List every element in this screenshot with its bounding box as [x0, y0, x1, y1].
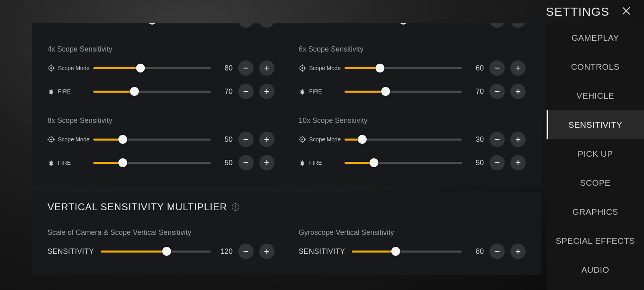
slider-value: 100: [469, 23, 484, 25]
slider-label: FIRE: [58, 88, 90, 95]
slider-track[interactable]: [352, 244, 462, 259]
slider-row: Scope Mode 50: [47, 130, 275, 149]
scope-icon: [299, 136, 306, 143]
fire-icon: [299, 88, 306, 95]
slider-value: 60: [469, 64, 484, 72]
slider-value: 30: [469, 135, 484, 144]
slider-thumb[interactable]: [148, 23, 157, 25]
nav-item-sensitivity[interactable]: SENSITIVITY: [547, 110, 644, 139]
scope-icon: [47, 64, 55, 72]
increase-button[interactable]: [259, 84, 275, 99]
decrease-button[interactable]: [238, 132, 254, 147]
slider-track[interactable]: [345, 23, 462, 27]
increase-button[interactable]: [510, 155, 526, 170]
decrease-button[interactable]: [489, 60, 505, 76]
slider-thumb[interactable]: [391, 247, 400, 256]
group-title: 4x Scope Sensitivity: [47, 45, 275, 54]
increase-button[interactable]: [259, 244, 275, 259]
slider-track[interactable]: [345, 132, 462, 147]
increase-button[interactable]: [510, 244, 526, 259]
close-button[interactable]: [621, 6, 632, 17]
slider-thumb[interactable]: [118, 135, 127, 144]
slider-track[interactable]: [345, 155, 462, 170]
slider-row: SENSITIVITY 80: [299, 242, 526, 261]
slider-value: 50: [469, 159, 484, 167]
decrease-button[interactable]: [489, 155, 505, 170]
nav-item-gameplay[interactable]: GAMEPLAY: [547, 23, 644, 52]
group-title: 10x Scope Sensitivity: [299, 116, 526, 125]
slider-track[interactable]: [93, 132, 211, 147]
slider-value: 70: [217, 87, 233, 96]
nav-item-audio[interactable]: AUDIO: [547, 255, 644, 284]
increase-button[interactable]: [510, 60, 526, 76]
slider-track[interactable]: [101, 244, 211, 259]
decrease-button[interactable]: [489, 244, 505, 259]
increase-button[interactable]: [259, 155, 275, 170]
slider-value: 100: [217, 23, 233, 25]
nav-item-controls[interactable]: CONTROLS: [547, 52, 644, 81]
decrease-button[interactable]: [489, 84, 505, 99]
slider-thumb[interactable]: [162, 247, 171, 256]
slider-thumb[interactable]: [381, 87, 390, 96]
info-icon[interactable]: i: [232, 203, 239, 211]
fire-icon: [299, 159, 306, 166]
decrease-button[interactable]: [489, 23, 505, 28]
slider-track[interactable]: [93, 84, 211, 99]
fire-icon: [47, 159, 55, 166]
titlebar: SETTINGS: [0, 0, 644, 23]
slider-label: SENSITIVITY: [47, 247, 94, 256]
slider-label: Scope Mode: [309, 136, 341, 143]
slider-row: FIRE 70: [299, 82, 526, 101]
slider-value: 120: [217, 247, 233, 256]
slider-track[interactable]: [345, 84, 462, 99]
slider-row: FIRE 100: [299, 23, 526, 30]
increase-button[interactable]: [510, 132, 526, 147]
fire-icon: [299, 23, 306, 24]
page-title: SETTINGS: [546, 5, 609, 19]
nav-item-graphics[interactable]: GRAPHICS: [547, 197, 644, 226]
slider-thumb[interactable]: [369, 158, 378, 167]
slider-label: Scope Mode: [58, 65, 90, 71]
slider-thumb[interactable]: [118, 158, 127, 167]
decrease-button[interactable]: [489, 132, 505, 147]
slider-label: Scope Mode: [58, 136, 90, 143]
slider-track[interactable]: [93, 23, 211, 27]
increase-button[interactable]: [259, 23, 275, 28]
increase-button[interactable]: [259, 60, 275, 76]
decrease-button[interactable]: [238, 60, 254, 76]
slider-value: 80: [217, 64, 233, 72]
decrease-button[interactable]: [238, 155, 254, 170]
slider-thumb[interactable]: [399, 23, 408, 25]
decrease-button[interactable]: [238, 244, 254, 259]
section-title-vsm: VERTICAL SENSITIVITY MULTIPLIER i: [47, 192, 526, 217]
slider-track[interactable]: [345, 61, 462, 75]
nav-item-scope[interactable]: SCOPE: [547, 168, 644, 197]
nav-item-special-effects[interactable]: SPECIAL EFFECTS: [547, 226, 644, 255]
slider-track[interactable]: [93, 61, 211, 75]
section-title-vsm-text: VERTICAL SENSITIVITY MULTIPLIER: [47, 201, 227, 213]
vsm-subtitle-left: Scale of Camera & Scope Vertical Sensiti…: [47, 228, 275, 237]
slider-label: FIRE: [309, 88, 341, 95]
slider-thumb[interactable]: [136, 64, 145, 72]
decrease-button[interactable]: [238, 84, 254, 99]
increase-button[interactable]: [510, 84, 526, 99]
nav-item-pick-up[interactable]: PICK UP: [547, 139, 644, 168]
slider-label: FIRE: [309, 160, 341, 166]
nav-item-vehicle[interactable]: VEHICLE: [547, 81, 644, 110]
slider-thumb[interactable]: [358, 135, 367, 144]
slider-thumb[interactable]: [376, 64, 384, 72]
increase-button[interactable]: [259, 132, 275, 147]
slider-row: SENSITIVITY 120: [47, 242, 275, 261]
group-title: 8x Scope Sensitivity: [47, 116, 275, 125]
slider-thumb[interactable]: [130, 87, 139, 96]
decrease-button[interactable]: [238, 23, 254, 28]
slider-label: SENSITIVITY: [299, 247, 345, 256]
slider-value: 50: [217, 159, 233, 167]
slider-value: 80: [469, 247, 484, 256]
slider-track[interactable]: [93, 155, 211, 170]
increase-button[interactable]: [510, 23, 526, 28]
group-title: 6x Scope Sensitivity: [299, 45, 526, 54]
slider-value: 50: [217, 135, 233, 144]
slider-label: Scope Mode: [309, 65, 341, 71]
fire-icon: [47, 88, 55, 95]
